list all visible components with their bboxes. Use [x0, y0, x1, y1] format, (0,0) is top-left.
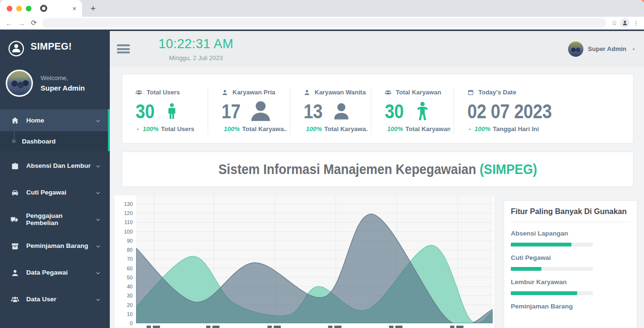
stats-card: Total Users 30 100% Total Users Karyawan…: [122, 74, 633, 144]
address-bar[interactable]: [42, 18, 606, 28]
stat-value: 17: [222, 100, 240, 123]
y-tick-label: 10: [127, 311, 133, 317]
stat-trend: 100%: [143, 125, 158, 133]
brand-name: SIMPEG!: [31, 41, 72, 52]
page-title-highlight: (SIMPEG): [479, 161, 537, 177]
sidebar-group-penggajuan-pembelian: Penggajuan Pembelian: [0, 207, 110, 231]
y-tick-label: 80: [127, 247, 133, 253]
y-tick-label: 50: [127, 275, 133, 280]
x-tick-label-clipped: [274, 326, 281, 328]
stat-trend: 100%: [387, 125, 403, 133]
forward-icon[interactable]: →: [15, 19, 28, 27]
stat-trend-label: Total Users: [161, 125, 194, 133]
feature-lembur-karyawan: Lembur Karyawan: [511, 278, 630, 295]
sidebar-item-data-pegawai[interactable]: Data Pegawai: [0, 260, 110, 285]
stat-label: Total Users: [147, 89, 180, 96]
browser-tab-strip: × +: [0, 0, 644, 17]
browser-profile-icon[interactable]: [620, 18, 630, 28]
stat-total-karyawan: Total Karyawan 30 100% Total Karyawan: [371, 74, 454, 143]
stat-trend-label: Tanggal Hari Ini: [493, 125, 539, 133]
bust-icon: [249, 99, 273, 123]
window-close-button[interactable]: [7, 6, 12, 11]
stat-trend-label: Total Karyawa...: [324, 125, 368, 133]
user-dropdown[interactable]: Super Admin: [568, 41, 636, 57]
avatar: [6, 70, 33, 97]
back-icon[interactable]: ←: [3, 19, 15, 27]
feature-label: Cuti Pegawai: [511, 254, 630, 261]
stat-total-users: Total Users 30 100% Total Users: [122, 74, 208, 143]
user-icon: [304, 89, 310, 96]
progress-fill: [511, 243, 571, 246]
users-icon: [136, 89, 142, 96]
chevron-down-icon: [95, 242, 101, 249]
y-tick-label: 120: [124, 210, 133, 216]
sidebar-user-panel: Welcome, Super Admin: [0, 64, 110, 98]
stat-trend: 100%: [224, 125, 240, 133]
chevron-down-icon: [95, 189, 101, 196]
x-tick-label-clipped: [334, 326, 341, 328]
window-corner-artifact: [640, 0, 644, 4]
sidebar-group-data-user: Data User: [0, 287, 110, 311]
home-icon: [11, 115, 19, 125]
x-tick-label-clipped: [328, 326, 332, 328]
window-zoom-button[interactable]: [26, 6, 32, 11]
features-title: Fitur Paling Banyak Di Gunakan: [511, 207, 630, 216]
chevron-down-icon: [95, 296, 101, 303]
chevron-down-icon: [95, 162, 101, 169]
sidebar: SIMPEG! Welcome, Super Admin Home Dashbo…: [0, 31, 110, 328]
divider: [511, 222, 630, 222]
sidebar-item-data-user[interactable]: Data User: [0, 287, 110, 311]
x-tick-label-clipped: [153, 326, 160, 328]
sidebar-item-absensi-dan-lembur[interactable]: Absensi Dan Lembur: [0, 154, 110, 178]
chevron-down-icon: [95, 116, 101, 123]
sidebar-group-absensi-dan-lembur: Absensi Dan Lembur: [0, 154, 110, 178]
stat-label: Total Karyawan: [396, 89, 441, 96]
window-minimize-button[interactable]: [16, 6, 22, 11]
chevron-down-icon: [95, 269, 101, 276]
sidebar-item-home[interactable]: Home: [0, 109, 110, 131]
y-tick-label: 30: [127, 293, 133, 298]
sidebar-item-cuti-pegawai[interactable]: Cuti Pegawai: [0, 180, 110, 205]
y-tick-label: 0: [130, 320, 133, 326]
sidebar-subitem-dashboard[interactable]: Dashboard: [0, 131, 110, 151]
progress-fill: [511, 267, 541, 271]
new-tab-button[interactable]: +: [87, 2, 99, 15]
x-tick-label-clipped: [267, 326, 272, 328]
tab-close-icon[interactable]: ×: [73, 5, 76, 12]
stat-label: Karyawan Wanita: [315, 89, 366, 96]
tab-favicon-icon: [40, 5, 47, 12]
x-tick-label-clipped: [389, 326, 393, 328]
feature-label: Lembur Karyawan: [511, 278, 630, 286]
person-icon: [331, 101, 352, 122]
x-tick-label-clipped: [456, 326, 464, 328]
brand[interactable]: SIMPEG!: [0, 31, 110, 62]
stat-karyawan-wanita: Karyawan Wanita 13 100% Total Karyawa...: [290, 74, 371, 143]
topbar-username: Super Admin: [588, 45, 626, 52]
sidebar-subitem-label: Dashboard: [22, 138, 56, 145]
stat-today-s-date: Today's Date 02 07 2023 100% Tanggal Har…: [454, 74, 633, 143]
progress-track: [511, 291, 593, 295]
browser-tab[interactable]: ×: [0, 0, 82, 17]
sidebar-item-penggajuan-pembelian[interactable]: Penggajuan Pembelian: [0, 207, 110, 231]
reload-icon[interactable]: ⟳: [28, 19, 40, 27]
sidebar-group-data-pegawai: Data Pegawai: [0, 260, 110, 285]
stat-trend: 100%: [475, 125, 490, 133]
caret-up-icon: [467, 127, 472, 132]
sidebar-menu: Home Dashboard Absensi Dan Lembur Cuti P…: [0, 109, 110, 311]
sidebar-item-peminjaman-barang[interactable]: Peminjaman Barang: [0, 234, 110, 258]
bookmark-star-icon[interactable]: ☆: [611, 19, 617, 27]
child-icon: [412, 101, 433, 122]
caret-down-icon: [631, 46, 636, 52]
app-logo-icon: [8, 38, 25, 55]
y-tick-label: 130: [124, 201, 133, 207]
y-tick-label: 60: [127, 266, 133, 271]
sidebar-item-label: Penggajuan Pembelian: [26, 212, 95, 226]
browser-menu-icon[interactable]: ⋮: [633, 20, 639, 27]
hamburger-menu-icon[interactable]: [117, 43, 130, 55]
welcome-text: Welcome,: [41, 74, 85, 82]
caret-up-icon: [136, 127, 140, 132]
stat-value: 30: [136, 100, 154, 123]
car-icon: [11, 188, 19, 197]
page-title: Sistem Informasi Manajemen Kepegawaian (…: [218, 161, 537, 177]
features-card: Fitur Paling Banyak Di Gunakan Absensi L…: [504, 200, 637, 328]
